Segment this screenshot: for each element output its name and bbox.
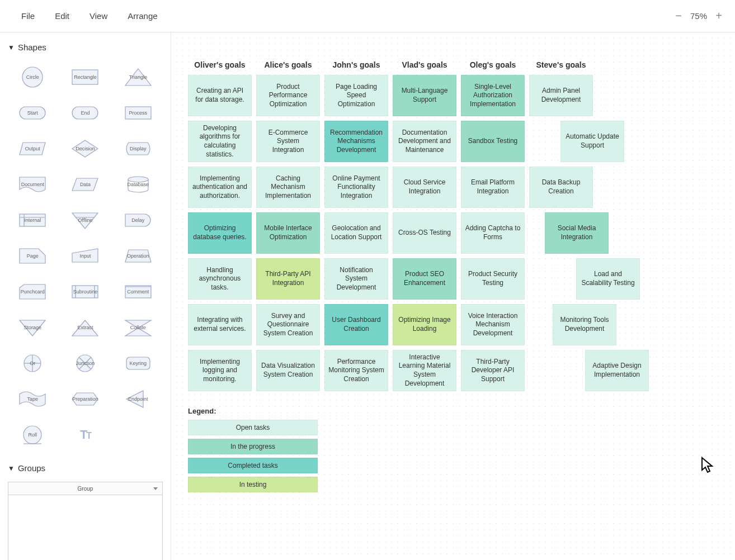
task-card[interactable]: Data Backup Creation (529, 167, 593, 208)
shape-or[interactable]: Or (8, 347, 57, 379)
legend-item-open: Open tasks (188, 420, 318, 435)
shape-preparation[interactable]: Preparation (60, 383, 110, 415)
task-card[interactable]: Adaptive Design Implementation (585, 350, 649, 391)
task-card[interactable]: Creating an API for data storage. (188, 75, 252, 116)
shape-delay[interactable]: Delay (114, 204, 163, 236)
task-card[interactable]: Data Visualization System Creation (256, 350, 320, 391)
roll-icon (16, 423, 49, 447)
shape-rectangle[interactable]: Rectangle (60, 61, 110, 93)
shape-output[interactable]: Output (8, 132, 57, 165)
task-card[interactable]: Single-Level Authorization Implementatio… (461, 75, 525, 116)
shape-end[interactable]: End (60, 97, 110, 129)
shape-tape[interactable]: Tape (8, 383, 57, 415)
shape-process[interactable]: Process (114, 97, 163, 129)
task-card[interactable]: Interactive Learning Material System Dev… (393, 350, 456, 391)
task-card[interactable]: Automatic Update Support (560, 121, 624, 162)
task-card[interactable]: Email Platform Integration (461, 167, 525, 208)
task-card[interactable]: Cross-OS Testing (393, 212, 456, 254)
display-icon (122, 137, 154, 160)
shape-extract[interactable]: Extract (60, 311, 110, 344)
task-card[interactable]: Load and Scalability Testing (576, 258, 640, 300)
task-card[interactable]: Developing algorithms for calculating st… (188, 121, 252, 162)
shape-input[interactable]: Input (60, 240, 110, 272)
task-card[interactable]: Documentation Development and Maintenanc… (393, 121, 456, 162)
shape-document[interactable]: Document (8, 168, 57, 201)
task-card[interactable]: Cloud Service Integration (393, 167, 456, 208)
task-card[interactable]: Recommendation Mechanisms Development (324, 121, 388, 162)
menu-file[interactable]: File (11, 7, 45, 25)
task-card[interactable]: Product SEO Enhancement (393, 258, 456, 300)
task-card[interactable]: Product Performance Optimization (256, 75, 320, 116)
task-card[interactable]: Social Media Integration (545, 212, 609, 254)
storage-icon (16, 316, 49, 339)
shape-collate[interactable]: Collate (114, 311, 163, 344)
sidebar[interactable]: ▼ Shapes CircleRectangleTriangleStartEnd… (0, 32, 171, 560)
task-card[interactable]: Notification System Development (324, 258, 388, 300)
task-card[interactable]: Handling asynchronous tasks. (188, 258, 252, 300)
groups-section-header[interactable]: ▼ Groups (8, 459, 163, 477)
internal-icon (16, 208, 49, 232)
task-card[interactable]: Adding Captcha to Forms (461, 212, 525, 254)
shape-start[interactable]: Start (8, 97, 57, 129)
task-card[interactable]: Sandbox Testing (461, 121, 525, 162)
task-card[interactable]: Mobile Interface Optimization (256, 212, 320, 254)
shape-offline[interactable]: Offline (60, 204, 110, 236)
delay-icon (122, 208, 154, 232)
task-card[interactable]: E-Commerce System Integration (256, 121, 320, 162)
svg-rect-10 (72, 286, 98, 298)
shape-triangle[interactable]: Triangle (114, 61, 163, 93)
task-card[interactable]: Online Payment Functionality Integration (324, 167, 388, 208)
svg-rect-3 (72, 107, 98, 119)
task-card[interactable]: Multi-Language Support (393, 75, 456, 116)
output-icon (16, 137, 49, 160)
task-card[interactable]: Third-Party API Integration (256, 258, 320, 300)
task-card[interactable]: Performance Monitoring System Creation (324, 350, 388, 391)
task-card[interactable]: Implementing authentication and authoriz… (188, 167, 252, 208)
shape-decision[interactable]: Decision (60, 132, 110, 165)
shape-junction[interactable]: Junction (60, 347, 110, 379)
task-card[interactable]: Page Loading Speed Optimization (324, 75, 388, 116)
task-card[interactable]: User Dashboard Creation (324, 304, 388, 345)
task-card[interactable]: Caching Mechanism Implementation (256, 167, 320, 208)
menu-arrange[interactable]: Arrange (117, 7, 167, 25)
decision-icon (69, 137, 101, 160)
task-card[interactable]: Third-Party Developer API Support (461, 350, 525, 391)
canvas[interactable]: Oliver's goalsAlice's goalsJohn's goalsV… (171, 32, 735, 560)
shape-comment[interactable]: Comment (114, 276, 163, 308)
shape-text[interactable]: TT (60, 419, 110, 451)
shape-display[interactable]: Display (114, 132, 163, 165)
shape-endpoint[interactable]: Endpoint (114, 383, 163, 415)
shape-subroutine[interactable]: Subroutine (60, 276, 110, 308)
group-drop-area[interactable] (8, 495, 163, 560)
task-card[interactable]: Optimizing database queries. (188, 212, 252, 254)
task-card[interactable]: Monitoring Tools Development (553, 304, 616, 345)
shapes-section-header[interactable]: ▼ Shapes (8, 38, 163, 56)
shape-internal[interactable]: Internal (8, 204, 57, 236)
task-card[interactable]: Voice Interaction Mechanism Development (461, 304, 525, 345)
end-icon (69, 101, 101, 125)
group-select[interactable]: Group (8, 482, 163, 495)
zoom-out-button[interactable]: − (673, 11, 684, 21)
menu-edit[interactable]: Edit (45, 7, 79, 25)
task-card[interactable]: Geolocation and Location Support (324, 212, 388, 254)
task-card[interactable]: Product Security Testing (461, 258, 525, 300)
task-card[interactable]: Survey and Questionnaire System Creation (256, 304, 320, 345)
shape-page[interactable]: Page (8, 240, 57, 272)
zoom-in-button[interactable]: + (714, 11, 724, 21)
shape-roll[interactable]: Roll (8, 419, 57, 451)
task-card[interactable]: Optimizing Image Loading (393, 304, 456, 345)
legend-item-completed: Completed tasks (188, 458, 318, 473)
task-card[interactable]: Integrating with external services. (188, 304, 252, 345)
endpoint-icon (122, 387, 154, 411)
shape-circle[interactable]: Circle (8, 61, 57, 93)
menu-view[interactable]: View (79, 7, 117, 25)
task-card[interactable]: Implementing logging and monitoring. (188, 350, 252, 391)
task-card[interactable]: Admin Panel Development (529, 75, 593, 116)
shape-keyring[interactable]: Keyring (114, 347, 163, 379)
shape-data[interactable]: Data (60, 168, 110, 201)
caret-down-icon: ▼ (8, 44, 15, 51)
shape-operation[interactable]: Operation (114, 240, 163, 272)
shape-punchcard[interactable]: Punchcard (8, 276, 57, 308)
shape-database[interactable]: Database (114, 168, 163, 201)
shape-storage[interactable]: Storage (8, 311, 57, 344)
